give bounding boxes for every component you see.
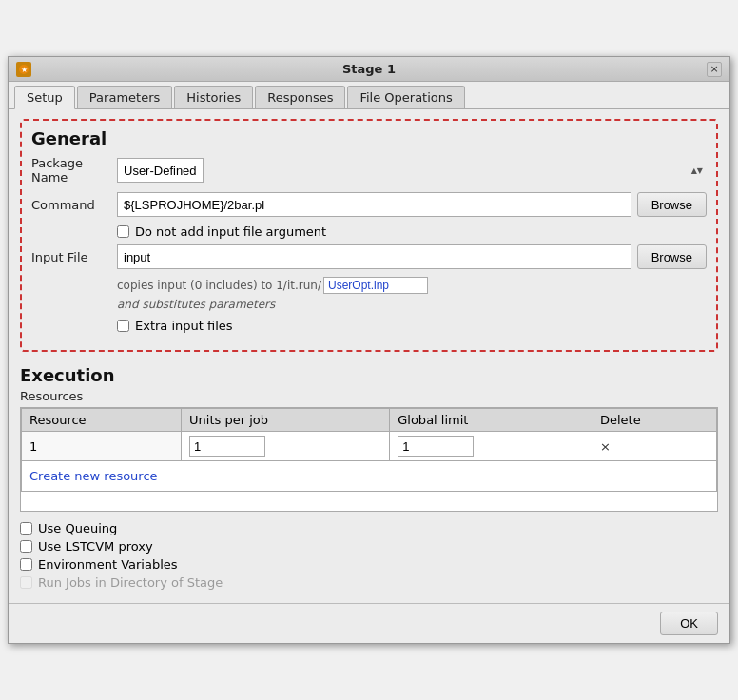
input-file-input[interactable] (117, 244, 631, 269)
use-queuing-checkbox[interactable] (20, 522, 32, 535)
main-window: ★ Stage 1 × Setup Parameters Histories R… (8, 56, 730, 644)
extra-input-row: Extra input files (117, 319, 707, 333)
package-name-select[interactable]: User-Defined (117, 158, 204, 183)
execution-title: Execution (20, 365, 718, 385)
create-cell: Create new resource (22, 461, 717, 492)
no-input-label: Do not add input file argument (135, 224, 326, 239)
app-icon: ★ (16, 62, 31, 77)
use-lstcvm-checkbox[interactable] (20, 540, 32, 553)
package-name-wrapper: User-Defined (117, 158, 707, 183)
content-area: General Package Name User-Defined Comman… (9, 109, 729, 603)
use-lstcvm-label: Use LSTCVM proxy (38, 539, 153, 554)
tab-histories[interactable]: Histories (174, 86, 253, 108)
execution-section: Execution Resources Resource Units per j… (20, 365, 718, 590)
create-resource-link[interactable]: Create new resource (22, 465, 716, 487)
command-row: Command Browse (31, 192, 707, 217)
tab-setup[interactable]: Setup (14, 86, 75, 109)
titlebar: ★ Stage 1 × (9, 57, 729, 82)
command-input[interactable] (117, 192, 631, 217)
delete-button[interactable]: × (600, 439, 611, 454)
env-vars-row: Environment Variables (20, 557, 718, 572)
package-name-row: Package Name User-Defined (31, 156, 707, 185)
resources-area: Resource Units per job Global limit Dele… (20, 407, 718, 512)
use-queuing-label: Use Queuing (38, 521, 117, 535)
tab-parameters[interactable]: Parameters (77, 86, 172, 108)
svg-text:★: ★ (21, 66, 28, 74)
no-input-checkbox[interactable] (117, 225, 129, 238)
resources-subtitle: Resources (20, 389, 718, 403)
env-vars-label: Environment Variables (38, 557, 178, 572)
col-delete: Delete (592, 409, 716, 432)
input-file-row: Input File Browse (31, 244, 707, 269)
checkboxes-section: Use Queuing Use LSTCVM proxy Environment… (20, 521, 718, 590)
window-title: Stage 1 (31, 62, 707, 76)
col-global: Global limit (390, 409, 592, 432)
col-resource: Resource (22, 409, 182, 432)
copy-info: copies input (0 includes) to 1/it.run/ (117, 277, 707, 294)
command-browse-button[interactable]: Browse (637, 192, 707, 217)
use-lstcvm-row: Use LSTCVM proxy (20, 539, 718, 554)
table-row: 1 × (22, 432, 717, 461)
extra-input-label: Extra input files (135, 319, 233, 333)
package-name-label: Package Name (31, 156, 117, 185)
copy-info-suffix: and substitutes parameters (117, 298, 707, 311)
resource-cell: 1 (22, 432, 182, 461)
copy-file-input[interactable] (323, 277, 428, 294)
env-vars-checkbox[interactable] (20, 558, 32, 571)
input-file-label: Input File (31, 250, 117, 264)
create-row: Create new resource (22, 461, 717, 492)
copy-info-prefix: copies input (0 includes) to 1/it.run/ (117, 279, 321, 292)
global-input[interactable] (398, 436, 474, 457)
units-input[interactable] (189, 436, 265, 457)
ok-button[interactable]: OK (660, 612, 718, 635)
delete-cell: × (592, 432, 716, 461)
input-file-browse-button[interactable]: Browse (637, 244, 707, 269)
footer: OK (9, 603, 729, 643)
run-jobs-checkbox (20, 576, 32, 589)
extra-input-checkbox[interactable] (117, 320, 129, 332)
tab-responses[interactable]: Responses (255, 86, 345, 108)
tab-file-operations[interactable]: File Operations (347, 86, 464, 108)
command-label: Command (31, 198, 117, 212)
run-jobs-row: Run Jobs in Directory of Stage (20, 575, 718, 590)
col-units: Units per job (182, 409, 390, 432)
general-title: General (31, 128, 707, 148)
use-queuing-row: Use Queuing (20, 521, 718, 535)
resources-table: Resource Units per job Global limit Dele… (21, 408, 717, 492)
run-jobs-label: Run Jobs in Directory of Stage (38, 575, 223, 590)
general-group: General Package Name User-Defined Comman… (20, 119, 718, 352)
tab-bar: Setup Parameters Histories Responses Fil… (9, 82, 729, 109)
close-button[interactable]: × (707, 62, 722, 77)
global-cell (390, 432, 592, 461)
units-cell (182, 432, 390, 461)
no-input-row: Do not add input file argument (117, 224, 707, 239)
